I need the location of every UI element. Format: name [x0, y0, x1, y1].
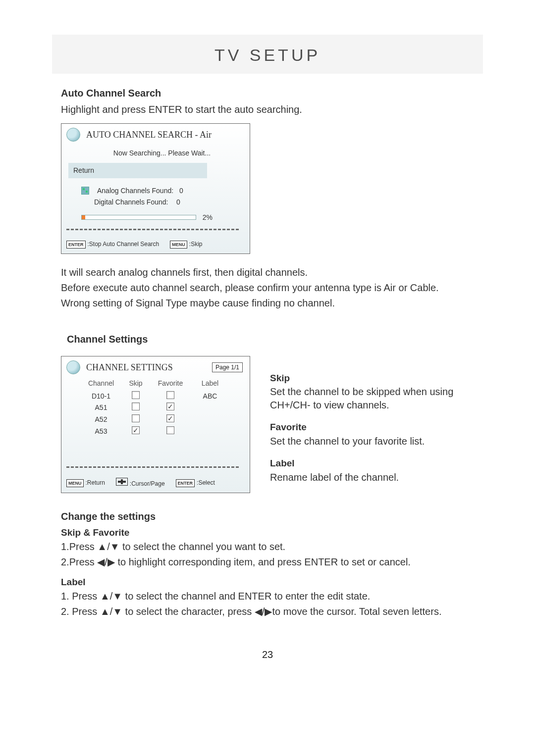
auto-search-osd: AUTO CHANNEL SEARCH - Air Now Searching.…	[61, 123, 250, 254]
channel-name: A51	[81, 403, 121, 412]
table-row[interactable]: A52	[81, 414, 243, 425]
channel-settings-osd-title: CHANNEL SETTINGS	[86, 361, 206, 373]
favorite-checkbox[interactable]	[166, 391, 174, 399]
skip-heading: Skip	[270, 372, 474, 385]
skip-checkbox[interactable]	[132, 414, 140, 422]
label-desc: Rename label of the channel.	[270, 471, 474, 484]
enter-key-icon: ENTER	[176, 479, 195, 487]
divider	[66, 229, 239, 230]
divider	[66, 466, 239, 468]
channel-settings-osd: CHANNEL SETTINGS Page 1/1 Channel Skip F…	[61, 356, 250, 494]
digital-value: 0	[176, 198, 180, 207]
col-skip: Skip	[121, 379, 151, 388]
auto-search-note-1: It will search analog channels first, th…	[61, 266, 474, 279]
label-subheading: Label	[61, 576, 474, 589]
menu-key-icon: MENU	[66, 479, 84, 487]
auto-search-heading: Auto Channel Search	[61, 87, 474, 100]
auto-search-osd-title: AUTO CHANNEL SEARCH - Air	[86, 129, 243, 141]
hint-skip: MENU:Skip	[170, 240, 202, 249]
hint-cursor: :Cursor/Page	[116, 478, 165, 488]
col-channel: Channel	[81, 379, 121, 388]
channel-name: A52	[81, 415, 121, 424]
col-label: Label	[190, 379, 230, 388]
favorite-heading: Favorite	[270, 421, 474, 434]
favorite-checkbox[interactable]	[166, 426, 174, 434]
dpad-icon	[116, 478, 128, 486]
analog-icon	[81, 187, 89, 195]
analog-value: 0	[179, 186, 183, 196]
globe-icon	[66, 128, 80, 142]
auto-search-intro: Highlight and press ENTER to start the a…	[61, 103, 474, 116]
progress-bar: 2%	[81, 215, 196, 220]
enter-key-icon: ENTER	[66, 241, 86, 249]
skip-desc: Set the channel to be skipped when using…	[270, 385, 474, 412]
skip-checkbox[interactable]	[132, 391, 140, 399]
favorite-checkbox[interactable]	[166, 414, 174, 422]
hint-select: ENTER:Select	[176, 479, 215, 487]
hint-stop-search: ENTER:Stop Auto Channel Search	[66, 240, 159, 249]
analog-label: Analog Channels Found:	[97, 186, 176, 196]
channel-label: ABC	[190, 392, 230, 401]
hint-return: MENU:Return	[66, 479, 105, 487]
lb-step-1: 1. Press ▲/▼ to select the channel and E…	[61, 590, 474, 603]
channel-name: D10-1	[81, 392, 121, 401]
now-searching-text: Now Searching... Please Wait...	[81, 149, 243, 158]
page-number: 23	[61, 648, 474, 661]
table-row[interactable]: A51	[81, 403, 243, 413]
lb-step-2: 2. Press ▲/▼ to select the character, pr…	[61, 605, 474, 618]
change-settings-heading: Change the settings	[61, 510, 474, 523]
channel-name: A53	[81, 427, 121, 436]
label-heading: Label	[270, 457, 474, 470]
progress-percent: 2%	[203, 213, 213, 222]
return-button[interactable]: Return	[68, 163, 207, 178]
channel-settings-heading: Channel Settings	[67, 333, 474, 346]
table-header: Channel Skip Favorite Label	[81, 379, 243, 388]
digital-label: Digital Channels Found:	[94, 198, 173, 207]
sf-step-1: 1.Press ▲/▼ to select the channel you wa…	[61, 540, 474, 554]
page-indicator: Page 1/1	[212, 362, 243, 372]
skip-checkbox[interactable]	[132, 403, 140, 410]
table-row[interactable]: D10-1ABC	[81, 391, 243, 402]
col-favorite: Favorite	[151, 379, 190, 388]
favorite-checkbox[interactable]	[166, 403, 174, 410]
page-title: TV SETUP	[52, 35, 483, 74]
table-row[interactable]: A53	[81, 426, 243, 437]
sf-step-2: 2.Press ◀/▶ to highlight corresponding i…	[61, 555, 474, 569]
menu-key-icon: MENU	[170, 241, 187, 249]
favorite-desc: Set the channel to your favorite list.	[270, 435, 474, 448]
skip-checkbox[interactable]	[132, 426, 140, 434]
auto-search-note-2: Before execute auto channel search, plea…	[61, 281, 474, 295]
globe-icon	[66, 360, 80, 374]
auto-search-note-3: Wrong setting of Signal Type maybe cause…	[61, 297, 474, 310]
skip-favorite-heading: Skip & Favorite	[61, 526, 474, 539]
